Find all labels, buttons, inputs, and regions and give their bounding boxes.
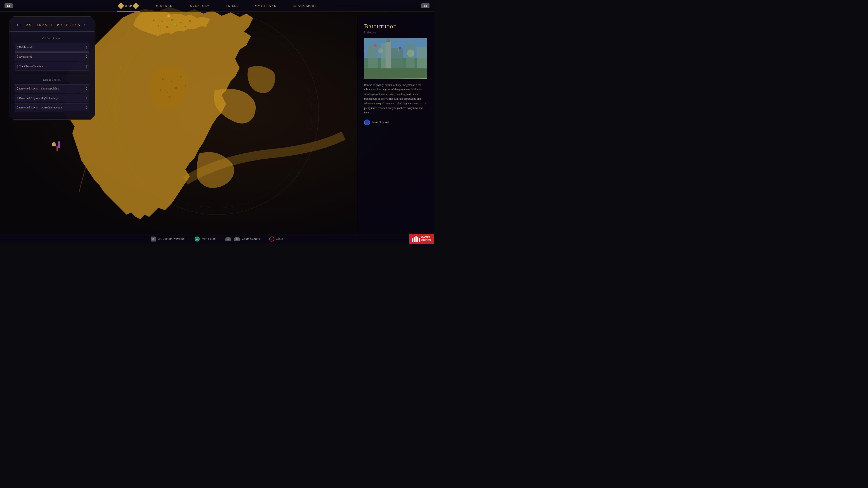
triangle-button[interactable]: △ [195,236,199,241]
travel-item-dryl-gallery[interactable]: Drowned Abyss – Dry'l's Gallery [15,94,89,102]
svg-point-18 [184,26,186,28]
location-name: Brighthoof [364,23,427,30]
svg-rect-26 [58,141,60,148]
l2-button[interactable]: L2 [225,237,231,241]
panel-icon-right: ✦ [84,23,88,27]
nav-chaos-mode[interactable]: CHAOS MODE [285,0,325,11]
nav-skills[interactable]: SKILLS [218,0,247,11]
travel-item-brighthoof[interactable]: Brighthoof [15,43,89,52]
progress-title: Progress [57,23,81,27]
travel-item-untrodden-depths[interactable]: Drowned Abyss – Untrodden Depths [15,103,89,112]
nav-diamond-left [118,2,124,9]
svg-point-2 [162,78,164,80]
world-map-action[interactable]: △ World Map [195,236,216,241]
svg-point-13 [180,22,182,23]
svg-rect-22 [166,17,170,18]
nav-myth-rank[interactable]: MYTH RANK [247,0,285,11]
svg-point-6 [160,90,161,91]
panel-icon-left: ✦ [16,23,21,27]
r2-button[interactable]: R2 [234,237,240,241]
square-button[interactable]: □ [151,236,156,241]
gg-bar-2 [414,237,415,242]
svg-point-8 [168,96,170,98]
nav-map[interactable]: MAP [109,0,148,11]
zoom-action[interactable]: L2 R2 Zoom Camera [225,237,260,241]
nav-journal[interactable]: JOURNAL [148,0,180,11]
svg-point-15 [158,25,159,27]
l1-button[interactable]: L1 [4,3,13,8]
local-travel-label: Local Travel [9,75,95,84]
close-action[interactable]: ○ Close [269,236,283,241]
svg-point-3 [171,80,173,82]
svg-point-9 [185,85,186,87]
travel-item-seapulchre[interactable]: Drowned Abyss – The Seapulchre [15,84,89,93]
svg-point-16 [166,26,168,28]
fast-travel-panel: ✦ Fast Travel Progress ✦ Global Travel B… [9,16,95,120]
location-type: Hub City [364,31,427,34]
travel-item-chaos-chamber[interactable]: The Chaos Chamber [15,62,89,70]
gg-bar-1 [412,238,413,242]
travel-item-overworld[interactable]: Overworld [15,53,89,61]
gamer-guides-logo: GAMERGUIDES [409,234,434,244]
fast-travel-button[interactable]: X Fast Travel [364,120,427,125]
panel-header: ✦ Fast Travel Progress ✦ [9,21,95,32]
svg-rect-48 [364,38,427,78]
r1-button[interactable]: R1 [421,3,430,8]
svg-point-10 [153,20,155,21]
svg-point-7 [180,76,182,77]
gg-bar-chart [412,236,420,242]
svg-point-4 [175,87,178,89]
location-image [364,38,427,78]
location-panel: Brighthoof Hub City [357,16,434,233]
nav-inventory[interactable]: INVENTORY [180,0,218,11]
gg-bar-3 [415,236,416,242]
svg-point-5 [166,92,168,93]
set-waypoint-action[interactable]: □ Set Custom Waypoint [151,236,186,241]
gg-label: GAMERGUIDES [421,236,431,242]
fast-travel-title: Fast Travel [24,23,54,27]
svg-rect-27 [57,146,58,151]
bottom-bar: □ Set Custom Waypoint △ World Map L2 R2 … [0,234,434,244]
svg-point-11 [162,21,163,22]
location-description: Beacon of civility, bastion of hope. Bri… [364,83,427,115]
gg-bar-5 [418,238,420,242]
svg-rect-25 [53,144,55,147]
gg-bar-4 [417,237,418,242]
svg-point-12 [171,19,173,21]
circle-button[interactable]: ○ [269,236,274,241]
panel-divider [14,73,90,73]
x-button[interactable]: X [364,120,370,125]
top-navigation: L1 MAP JOURNAL INVENTORY SKILLS MYTH RAN… [0,0,434,12]
svg-point-14 [189,20,191,22]
global-travel-label: Global Travel [9,34,95,42]
nav-diamond-right [133,2,139,9]
fast-travel-action-label: Fast Travel [372,121,389,124]
